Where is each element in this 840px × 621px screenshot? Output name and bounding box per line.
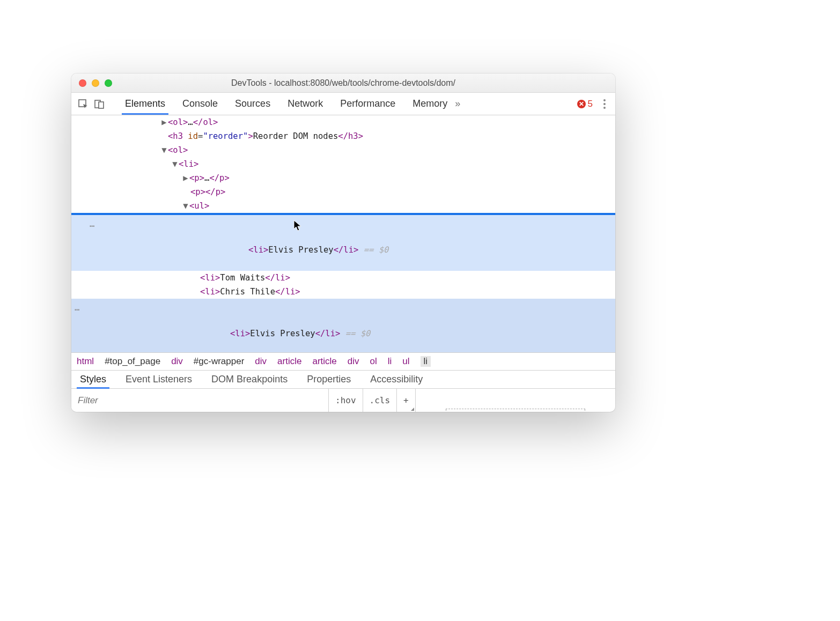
dropdown-icon	[411, 408, 414, 411]
subtab-accessibility[interactable]: Accessibility	[369, 374, 424, 385]
error-icon: ✕	[577, 100, 586, 108]
breadcrumb-item[interactable]: article	[312, 356, 336, 367]
subtab-styles[interactable]: Styles	[79, 374, 107, 385]
dom-line[interactable]: <p></p>	[71, 185, 615, 199]
svg-rect-2	[99, 102, 104, 108]
new-style-rule-button[interactable]: +	[397, 389, 416, 412]
window-titlebar: DevTools - localhost:8080/web/tools/chro…	[71, 73, 615, 93]
minimize-window-button[interactable]	[92, 79, 99, 87]
panel-tabs: Elements Console Sources Network Perform…	[124, 93, 448, 115]
breadcrumb-bar: html #top_of_page div #gc-wrapper div ar…	[71, 352, 615, 370]
zoom-window-button[interactable]	[105, 79, 112, 87]
breadcrumb-item[interactable]: #gc-wrapper	[194, 356, 245, 367]
caret-right-icon[interactable]: ▶	[182, 171, 189, 185]
caret-down-icon[interactable]: ▼	[182, 199, 189, 213]
tabs-overflow-button[interactable]: »	[452, 98, 463, 109]
breadcrumb-item[interactable]: div	[171, 356, 183, 367]
device-toolbar-icon[interactable]	[93, 98, 106, 110]
caret-right-icon[interactable]: ▶	[160, 115, 168, 129]
dom-line[interactable]: ▶<p>…</p>	[71, 171, 615, 185]
breadcrumb-item[interactable]: ul	[402, 356, 409, 367]
subtab-dom-breakpoints[interactable]: DOM Breakpoints	[210, 374, 289, 385]
tab-sources[interactable]: Sources	[234, 98, 271, 109]
breadcrumb-item[interactable]: li	[388, 356, 392, 367]
box-model-preview	[416, 389, 615, 412]
close-window-button[interactable]	[79, 79, 86, 87]
error-indicator[interactable]: ✕ 5	[577, 99, 593, 109]
breadcrumb-item[interactable]: div	[348, 356, 359, 367]
cls-toggle-button[interactable]: .cls	[363, 389, 397, 412]
inspect-element-icon[interactable]	[77, 98, 90, 110]
breadcrumb-item[interactable]: html	[77, 356, 94, 367]
tab-console[interactable]: Console	[181, 98, 219, 109]
hov-toggle-button[interactable]: :hov	[329, 389, 363, 412]
subtab-properties[interactable]: Properties	[306, 374, 352, 385]
window-title: DevTools - localhost:8080/web/tools/chro…	[71, 78, 615, 88]
error-count: 5	[588, 99, 593, 109]
tab-network[interactable]: Network	[286, 98, 324, 109]
styles-filter-bar: :hov .cls +	[71, 388, 615, 412]
breadcrumb-item[interactable]: #top_of_page	[105, 356, 160, 367]
dom-line[interactable]: ▼<ol>	[71, 143, 615, 157]
breadcrumb-item[interactable]: div	[255, 356, 267, 367]
breadcrumb-item[interactable]: article	[277, 356, 301, 367]
subtab-event-listeners[interactable]: Event Listeners	[124, 374, 193, 385]
dom-line[interactable]: ▼<ul>	[71, 199, 615, 213]
dom-line-dragging[interactable]: … <li>Elvis Presley</li> == $0	[71, 215, 615, 271]
dom-line[interactable]: ▼<li>	[71, 157, 615, 171]
breadcrumb-item[interactable]: ol	[370, 356, 377, 367]
gutter-menu-icon[interactable]: …	[75, 301, 79, 315]
main-toolbar: Elements Console Sources Network Perform…	[71, 93, 615, 115]
gutter-menu-icon[interactable]: …	[90, 217, 94, 231]
dom-tree[interactable]: ▶<ol>…</ol> <h3 id="reorder">Reorder DOM…	[71, 115, 615, 352]
styles-filter-input[interactable]	[71, 389, 329, 412]
dom-line-selected[interactable]: … <li>Elvis Presley</li> == $0	[71, 299, 615, 352]
sidebar-tabs: Styles Event Listeners DOM Breakpoints P…	[71, 370, 615, 388]
dom-line[interactable]: <li>Chris Thile</li>	[71, 285, 615, 299]
devtools-window: DevTools - localhost:8080/web/tools/chro…	[71, 73, 615, 412]
breadcrumb-item-selected[interactable]: li	[421, 356, 431, 367]
dom-line[interactable]: ▶<ol>…</ol>	[71, 115, 615, 129]
traffic-lights	[71, 79, 112, 87]
caret-down-icon[interactable]: ▼	[171, 157, 179, 171]
tab-elements[interactable]: Elements	[124, 98, 166, 109]
tab-performance[interactable]: Performance	[339, 98, 396, 109]
dom-line[interactable]: <h3 id="reorder">Reorder DOM nodes</h3>	[71, 129, 615, 143]
settings-menu-button[interactable]	[599, 99, 610, 109]
tab-memory[interactable]: Memory	[411, 98, 448, 109]
caret-down-icon[interactable]: ▼	[160, 143, 168, 157]
dom-line[interactable]: <li>Tom Waits</li>	[71, 271, 615, 285]
